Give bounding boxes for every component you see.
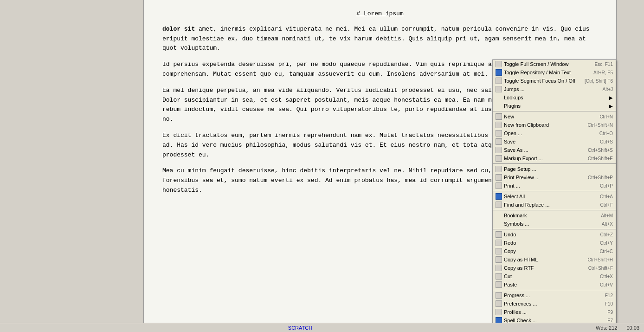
word-count: Wds: 212 bbox=[596, 325, 617, 331]
editor-heading: # Lorem ipsum bbox=[162, 9, 598, 19]
menu-item-save[interactable]: SaveCtrl+S bbox=[493, 137, 616, 146]
menu-shortcut-new-from-clipboard: Ctrl+Shift+N bbox=[588, 123, 613, 128]
menu-label-symbols: Symbols ... bbox=[503, 221, 592, 227]
menu-label-progress: Progress ... bbox=[503, 293, 596, 298]
menu-item-find-replace[interactable]: Find and Replace ...Ctrl+F bbox=[493, 201, 616, 209]
menu-icon-cut bbox=[495, 273, 503, 280]
menu-shortcut-save: Ctrl+S bbox=[600, 139, 613, 144]
menu-icon-copy bbox=[495, 248, 503, 254]
menu-icon-progress bbox=[495, 292, 503, 299]
menu-item-paste[interactable]: PasteCtrl+V bbox=[493, 280, 616, 289]
menu-label-paste: Paste bbox=[503, 282, 591, 287]
menu-item-copy[interactable]: CopyCtrl+C bbox=[493, 247, 616, 255]
menu-label-spell-check: Spell Check ... bbox=[503, 318, 598, 323]
menu-shortcut-new: Ctrl+N bbox=[599, 114, 613, 119]
menu-item-toggle-segment-focus[interactable]: Toggle Segment Focus On / Off[Ctrl, Shif… bbox=[493, 77, 616, 85]
menu-label-find-replace: Find and Replace ... bbox=[503, 202, 591, 208]
menu-label-print: Print ... bbox=[503, 183, 591, 189]
menu-item-preferences[interactable]: Preferences ...F10 bbox=[493, 299, 616, 308]
left-panel bbox=[0, 0, 144, 323]
menu-label-toggle-repository-main-text: Toggle Repository / Main Text bbox=[503, 70, 584, 75]
menu-label-print-preview: Print Preview ... bbox=[503, 175, 579, 180]
menu-icon-select-all bbox=[495, 193, 503, 200]
menu-icon-toggle-full-screen bbox=[495, 61, 503, 67]
menu-separator-sep1 bbox=[493, 111, 616, 111]
menu-item-new[interactable]: NewCtrl+N bbox=[493, 112, 616, 121]
menu-shortcut-save-as: Ctrl+Shift+S bbox=[588, 148, 613, 153]
menu-label-markup-export: Markup Export ... bbox=[503, 156, 579, 161]
menu-shortcut-cut: Ctrl+X bbox=[600, 274, 613, 279]
menu-shortcut-undo: Ctrl+Z bbox=[600, 232, 613, 237]
menu-item-toggle-repository-main-text[interactable]: Toggle Repository / Main TextAlt+R, F5 bbox=[493, 68, 616, 77]
menu-icon-redo bbox=[495, 240, 503, 246]
menu-icon-find-replace bbox=[495, 202, 503, 208]
menu-shortcut-spell-check: F7 bbox=[607, 318, 613, 323]
menu-item-print[interactable]: Print ...Ctrl+P bbox=[493, 182, 616, 190]
menu-icon-toggle-segment-focus bbox=[495, 78, 503, 84]
menu-shortcut-markup-export: Ctrl+Shift+E bbox=[588, 156, 613, 161]
menu-shortcut-print-preview: Ctrl+Shift+P bbox=[588, 175, 613, 180]
menu-shortcut-toggle-full-screen: Esc, F11 bbox=[595, 62, 613, 67]
menu-label-new-from-clipboard: New from Clipboard bbox=[503, 122, 579, 128]
menu-label-save-as: Save As ... bbox=[503, 147, 579, 153]
menu-icon-save bbox=[495, 138, 503, 145]
menu-item-plugins[interactable]: Plugins▶ bbox=[493, 102, 616, 110]
menu-item-toggle-full-screen[interactable]: Toggle Full Screen / WindowEsc, F11 bbox=[493, 60, 616, 68]
time-display: 00:03 bbox=[626, 325, 639, 331]
status-file-name: SCRATCH bbox=[5, 325, 596, 331]
menu-shortcut-copy-as-html: Ctrl+Shift+H bbox=[588, 257, 613, 262]
menu-item-page-setup[interactable]: Page Setup ... bbox=[493, 165, 616, 173]
menu-shortcut-progress: F12 bbox=[605, 293, 613, 298]
menu-shortcut-copy: Ctrl+C bbox=[599, 249, 613, 254]
status-right: Wds: 212 00:03 bbox=[596, 325, 639, 331]
menu-label-undo: Undo bbox=[503, 232, 591, 237]
menu-item-save-as[interactable]: Save As ...Ctrl+Shift+S bbox=[493, 146, 616, 154]
menu-icon-print-preview bbox=[495, 174, 503, 181]
menu-item-cut[interactable]: CutCtrl+X bbox=[493, 272, 616, 280]
menu-item-progress[interactable]: Progress ...F12 bbox=[493, 291, 616, 299]
menu-shortcut-toggle-segment-focus: [Ctrl, Shift] F6 bbox=[585, 78, 613, 84]
menu-shortcut-toggle-repository-main-text: Alt+R, F5 bbox=[593, 70, 613, 75]
menu-item-markup-export[interactable]: Markup Export ...Ctrl+Shift+E bbox=[493, 154, 616, 163]
menu-shortcut-preferences: F10 bbox=[605, 301, 613, 306]
menu-item-profiles[interactable]: Profiles ...F9 bbox=[493, 308, 616, 316]
menu-label-bookmark: Bookmark bbox=[503, 213, 592, 218]
menu-label-copy-as-html: Copy as HTML bbox=[503, 257, 579, 262]
menu-label-toggle-full-screen: Toggle Full Screen / Window bbox=[503, 61, 586, 67]
status-bar: SCRATCH Wds: 212 00:03 bbox=[0, 323, 644, 332]
menu-item-lookups[interactable]: Lookups▶ bbox=[493, 93, 616, 102]
menu-item-spell-check[interactable]: Spell Check ...F7 bbox=[493, 316, 616, 323]
menu-item-redo[interactable]: RedoCtrl+Y bbox=[493, 239, 616, 247]
menu-icon-jumps bbox=[495, 86, 503, 92]
right-panel bbox=[616, 0, 644, 323]
menu-item-undo[interactable]: UndoCtrl+Z bbox=[493, 230, 616, 239]
menu-label-save: Save bbox=[503, 139, 591, 144]
menu-label-copy-as-rtf: Copy as RTF bbox=[503, 265, 579, 271]
menu-item-new-from-clipboard[interactable]: New from ClipboardCtrl+Shift+N bbox=[493, 121, 616, 129]
menu-shortcut-bookmark: Alt+M bbox=[601, 213, 613, 218]
menu-item-symbols[interactable]: Symbols ...Alt+X bbox=[493, 220, 616, 228]
main-area: # Lorem ipsum dolor sit amet, inermis ex… bbox=[0, 0, 644, 323]
menu-separator-sep5 bbox=[493, 229, 616, 229]
editor-paragraph-0: dolor sit amet, inermis explicari vitupe… bbox=[162, 25, 598, 53]
menu-arrow-plugins: ▶ bbox=[609, 104, 613, 109]
context-menu: Toggle Full Screen / WindowEsc, F11Toggl… bbox=[492, 59, 616, 323]
menu-item-copy-as-rtf[interactable]: Copy as RTFCtrl+Shift+F bbox=[493, 264, 616, 272]
menu-icon-profiles bbox=[495, 309, 503, 315]
menu-item-select-all[interactable]: Select AllCtrl+A bbox=[493, 192, 616, 201]
menu-separator-sep4 bbox=[493, 210, 616, 210]
menu-item-bookmark[interactable]: BookmarkAlt+M bbox=[493, 211, 616, 220]
menu-icon-save-as bbox=[495, 147, 503, 153]
menu-shortcut-profiles: F9 bbox=[607, 310, 613, 315]
menu-item-copy-as-html[interactable]: Copy as HTMLCtrl+Shift+H bbox=[493, 255, 616, 264]
menu-item-print-preview[interactable]: Print Preview ...Ctrl+Shift+P bbox=[493, 173, 616, 182]
menu-icon-undo bbox=[495, 231, 503, 238]
menu-label-copy: Copy bbox=[503, 248, 590, 254]
menu-item-jumps[interactable]: Jumps ...Alt+J bbox=[493, 85, 616, 93]
menu-label-redo: Redo bbox=[503, 240, 591, 246]
menu-shortcut-copy-as-rtf: Ctrl+Shift+F bbox=[588, 266, 613, 271]
menu-label-open: Open ... bbox=[503, 130, 590, 136]
menu-item-open[interactable]: Open ...Ctrl+O bbox=[493, 129, 616, 137]
menu-shortcut-redo: Ctrl+Y bbox=[600, 241, 613, 246]
menu-icon-page-setup bbox=[495, 166, 503, 172]
